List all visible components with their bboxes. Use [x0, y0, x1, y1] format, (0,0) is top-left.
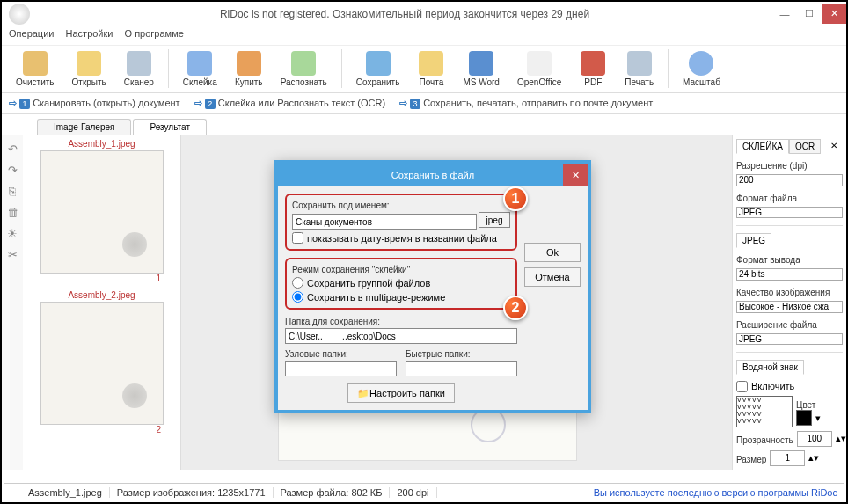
status-filename: Assembly_1.jpeg [21, 487, 110, 498]
delete-icon[interactable]: 🗑 [6, 206, 18, 218]
minimize-button[interactable]: — [772, 4, 797, 24]
open-button[interactable]: Открыть [65, 49, 113, 89]
spinner-icon[interactable]: ▴▾ [836, 433, 846, 444]
folder-input[interactable] [285, 328, 517, 344]
extension-select[interactable] [736, 333, 843, 346]
tab-result[interactable]: Результат [133, 119, 206, 135]
resolution-select[interactable] [736, 174, 843, 186]
rotate-right-icon[interactable]: ↷ [6, 164, 18, 176]
app-icon [9, 4, 30, 25]
size-input[interactable] [770, 450, 805, 466]
node-folders-select[interactable] [285, 361, 397, 376]
thumbnail-image [40, 302, 164, 425]
tab-watermark[interactable]: Водяной знак [736, 360, 804, 375]
close-button[interactable]: ✕ [822, 4, 846, 24]
callout-badge-2: 2 [503, 296, 528, 320]
left-toolbar: ↶ ↷ ⎘ 🗑 ☀ ✂ [2, 135, 23, 470]
thumbnail-image [40, 150, 164, 274]
filename-input[interactable] [292, 214, 477, 230]
toolbar: Очистить Открыть Сканер Склейка Купить Р… [2, 46, 846, 93]
mode-multipage-radio[interactable]: Сохранить в multipage-режиме [292, 291, 510, 303]
ocr-button[interactable]: Распознать [274, 49, 334, 89]
file-ext-label: jpeg [479, 212, 510, 228]
dropdown-icon[interactable]: ▾ [815, 413, 821, 424]
menu-settings[interactable]: Настройки [66, 28, 113, 39]
tab-glue[interactable]: СКЛЕЙКА [736, 139, 789, 154]
tab-ocr[interactable]: OCR [789, 139, 821, 154]
cancel-button[interactable]: Отмена [524, 267, 581, 287]
filename-group: 1 Сохранить под именем: jpeg показывать … [285, 194, 517, 251]
color-picker[interactable] [796, 410, 812, 426]
window-title: RiDoc is not registered. Ознакомительный… [37, 8, 772, 20]
buy-button[interactable]: Купить [228, 49, 270, 89]
ok-button[interactable]: Ok [524, 243, 581, 262]
save-dialog: Сохранить в файл ✕ 1 Сохранить под имене… [274, 160, 591, 413]
watermark-pattern[interactable]: VVVVVVVVVVVVVVVVVVVV [736, 396, 793, 427]
thumbnail-1[interactable]: Assembly_1.jpeg 1 [26, 139, 177, 283]
word-button[interactable]: MS Word [456, 49, 507, 89]
menubar: Операции Настройки О программе [2, 26, 846, 46]
clear-button[interactable]: Очистить [9, 49, 62, 89]
configure-folders-button[interactable]: 📁 Настроить папки [347, 383, 455, 403]
crop-icon[interactable]: ✂ [6, 248, 18, 260]
titlebar: RiDoc is not registered. Ознакомительный… [2, 2, 846, 26]
dialog-close-button[interactable]: ✕ [563, 164, 588, 186]
fast-folders-select[interactable] [406, 361, 517, 376]
brightness-icon[interactable]: ☀ [6, 227, 18, 239]
mail-button[interactable]: Почта [410, 49, 452, 89]
thumbnail-2[interactable]: Assembly_2.jpeg 2 [26, 290, 177, 435]
maximize-button[interactable]: ☐ [797, 4, 822, 24]
status-version-link[interactable]: Вы используете последнюю версию программ… [587, 487, 844, 498]
zoom-button[interactable]: Масштаб [676, 49, 727, 89]
callout-badge-1: 1 [503, 186, 528, 211]
tab-gallery[interactable]: Image-Галерея [37, 119, 131, 135]
dialog-title: Сохранить в файл ✕ [278, 164, 588, 186]
right-panel: СКЛЕЙКА OCR ✕ Разрешение (dpi) Формат фа… [732, 135, 846, 470]
glue-button[interactable]: Склейка [176, 49, 224, 89]
menu-about[interactable]: О программе [125, 28, 184, 39]
stepbar: ⇨ 1 Сканировать (открыть) документ ⇨ 2 С… [2, 93, 846, 114]
tab-jpeg[interactable]: JPEG [736, 233, 771, 248]
openoffice-button[interactable]: OpenOffice [510, 49, 568, 89]
menu-operations[interactable]: Операции [9, 28, 54, 39]
spinner-icon[interactable]: ▴▾ [808, 452, 819, 464]
copy-icon[interactable]: ⎘ [6, 185, 18, 197]
status-dpi: 200 dpi [390, 487, 436, 498]
quality-select[interactable] [736, 301, 843, 313]
rotate-left-icon[interactable]: ↶ [6, 142, 18, 155]
panel-close-icon[interactable]: ✕ [825, 139, 843, 154]
pdf-button[interactable]: PDF [572, 49, 614, 89]
save-mode-group: 2 Режим сохранения "склейки" Сохранить г… [285, 258, 517, 310]
statusbar: Assembly_1.jpeg Размер изображения: 1235… [4, 483, 844, 500]
watermark-enable-checkbox[interactable]: Включить [736, 381, 843, 392]
output-select[interactable] [736, 268, 843, 281]
mode-group-radio[interactable]: Сохранить группой файлов [292, 277, 510, 289]
save-button[interactable]: Сохранить [349, 49, 407, 89]
main-tabs: Image-Галерея Результат [2, 114, 846, 135]
status-imagesize: Размер изображения: 1235x1771 [110, 487, 274, 498]
thumbnail-panel: Assembly_1.jpeg 1 Assembly_2.jpeg 2 [23, 135, 181, 470]
scanner-button[interactable]: Сканер [117, 49, 161, 89]
status-filesize: Размер файла: 802 КБ [274, 487, 391, 498]
format-select[interactable] [736, 207, 843, 219]
show-datetime-checkbox[interactable]: показывать дату-время в названии файла [292, 232, 510, 244]
print-button[interactable]: Печать [618, 49, 661, 89]
opacity-input[interactable] [797, 431, 832, 447]
